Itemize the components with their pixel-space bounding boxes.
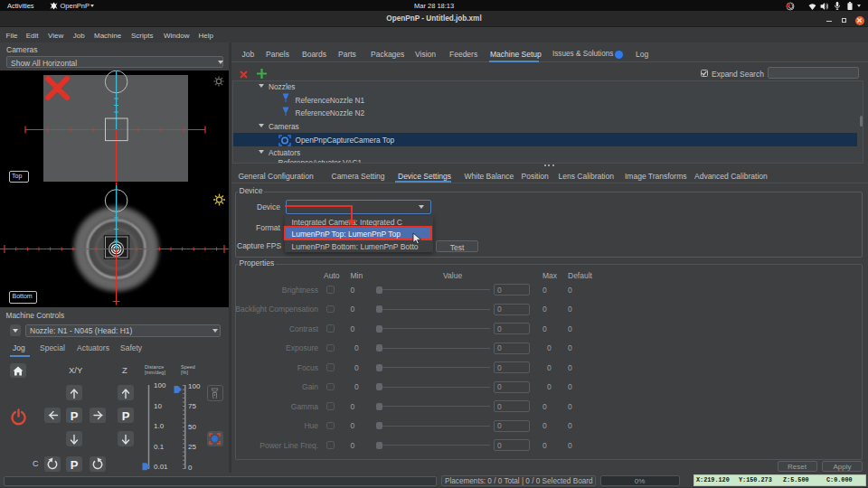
svg-text:C: C <box>33 459 39 468</box>
svg-text:P: P <box>71 458 79 472</box>
